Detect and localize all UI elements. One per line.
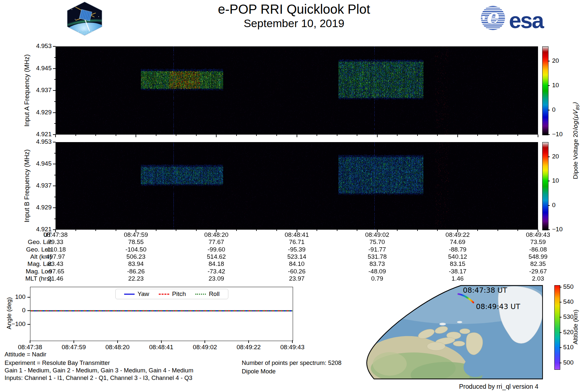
angle-x-tick-label: 08:49:22: [226, 344, 271, 351]
annotation-points-per-spectrum: Number of points per spectrum: 5208: [242, 359, 341, 367]
geo-table-cell: 08:49:02: [337, 231, 417, 238]
x-axis-tick: [216, 135, 217, 137]
colorbar-tick-label: 0: [552, 202, 570, 209]
angle-x-tick: [204, 340, 205, 343]
geo-table-cell: -38.17: [417, 268, 498, 275]
geo-table-cell: 08:47:38: [15, 231, 96, 238]
map-ice: [439, 323, 446, 325]
legend-label: Pitch: [172, 290, 186, 297]
colorbar-tick-label: 20: [552, 153, 570, 160]
colorbar-tick-label: 20: [552, 57, 570, 64]
x-axis-tick: [276, 135, 277, 136]
esa-logo: e esa: [481, 5, 553, 31]
legend-item-pitch: Pitch: [159, 290, 186, 297]
x-axis-tick: [176, 135, 176, 136]
legend-item-roll: Roll: [195, 290, 220, 297]
geo-table-cell: -48.09: [337, 268, 417, 275]
annotation-dipole-mode: Dipole Mode: [242, 368, 276, 375]
geo-table-cell: 514.62: [176, 253, 256, 260]
angle-y-tick-label: 0: [5, 307, 25, 314]
geo-table-cell: 83.73: [337, 260, 417, 268]
esa-globe-dot: [482, 16, 485, 19]
geo-table-cell: -29.67: [498, 268, 578, 275]
colorbar-tick: [548, 134, 550, 135]
produced-by-note: Produced by rri_ql version 4: [392, 383, 538, 390]
y-axis-tick-label: 4.929: [25, 109, 52, 116]
map-hudson-bay: [464, 357, 487, 377]
angle-x-tick-label: 08:49:02: [182, 344, 228, 351]
legend-item-yaw: Yaw: [124, 290, 149, 297]
colorbar-tick: [548, 85, 550, 86]
geo-table-cell: 21.46: [15, 275, 96, 282]
quicklook-plot-page: CASSIOPE e-POP RRI Quicklook Plot Septem…: [0, 0, 588, 392]
geo-table-cell: 78.55: [96, 238, 176, 246]
x-axis-tick: [176, 230, 176, 231]
y-axis-tick: [53, 90, 56, 91]
spectrogram-input-a: [56, 46, 538, 135]
geo-table-cell: 1.46: [417, 275, 498, 282]
geo-table-cell: 08:49:43: [498, 231, 578, 238]
x-axis-tick: [498, 230, 498, 231]
x-axis-tick: [517, 135, 518, 136]
geo-table-cell: -91.77: [337, 246, 417, 253]
colorbar-tick-label: −10: [552, 131, 570, 138]
altitude-colorbar-tick: [560, 302, 562, 302]
x-axis-tick: [236, 135, 237, 136]
geo-table-cell: 83.15: [417, 260, 498, 268]
geo-table-cell: -86.08: [498, 246, 578, 253]
y-axis-tick: [53, 142, 56, 142]
track-start-time: 08:47:38 UT: [463, 286, 507, 294]
y-axis-minor-tick: [54, 197, 56, 197]
y-axis-minor-tick: [54, 175, 56, 175]
x-axis-tick: [337, 135, 337, 136]
annotation-inputs: Inputs: Channel 1 - I1, Channel 2 - Q1, …: [5, 374, 192, 382]
altitude-colorbar: [554, 285, 560, 370]
x-axis-tick: [95, 135, 96, 136]
geo-table-cell: 08:48:41: [257, 231, 337, 238]
geo-table-cell: 540.12: [417, 253, 498, 260]
geo-table-cell: 497.97: [15, 253, 96, 260]
dipole-colorbar-a: [542, 46, 548, 135]
dipole-colorbar-label: Dipole Voltage 20log(μVBS): [572, 72, 580, 209]
y-axis-tick: [53, 207, 56, 208]
x-axis-tick: [437, 135, 438, 136]
x-axis-tick: [457, 135, 458, 137]
colorbar-tick: [548, 61, 550, 61]
geo-table-cell: 08:48:20: [176, 231, 256, 238]
y-axis-tick-label: 4.921: [25, 131, 52, 138]
yaw-line-sample: [124, 294, 135, 295]
geo-table-cell: -60.26: [257, 268, 337, 275]
annotation-gains: Gain 1 - Medium, Gain 2 - Medium, Gain 3…: [5, 367, 193, 374]
track-end-time: 08:49:43 UT: [476, 302, 520, 311]
geo-table-cell: 08:49:22: [417, 231, 498, 238]
geo-table-cell: 84.10: [257, 260, 337, 268]
colorbar-tick: [548, 181, 550, 181]
angle-x-tick-label: 08:49:43: [270, 344, 315, 351]
geo-table-cell: 75.70: [337, 238, 417, 246]
geo-table-cell: 523.14: [257, 253, 337, 260]
x-axis-tick: [236, 230, 237, 231]
angle-y-tick: [27, 297, 30, 298]
x-axis-tick: [397, 230, 398, 231]
altitude-colorbar-tick-label: 540: [563, 298, 581, 305]
geo-table-cell: 83.94: [96, 260, 176, 268]
colorbar-tick-label: 0: [552, 106, 570, 113]
x-axis-tick: [317, 230, 317, 231]
angle-y-tick: [27, 324, 30, 325]
geo-table-cell: -95.39: [257, 246, 337, 253]
x-axis-tick: [477, 230, 478, 231]
x-axis-tick: [156, 230, 156, 231]
y-axis-tick-label: 4.945: [25, 65, 52, 72]
angle-y-tick-label: 100: [5, 293, 25, 301]
y-axis-tick-label: 4.953: [25, 42, 52, 50]
angle-legend: Yaw Pitch Roll: [115, 289, 228, 299]
angle-y-tick: [27, 310, 30, 311]
geo-table-cell: -104.50: [96, 246, 176, 253]
y-axis-tick: [53, 112, 56, 113]
geo-table-cell: 73.59: [498, 238, 578, 246]
geo-table-cell: 08:47:59: [96, 231, 176, 238]
angle-x-tick: [30, 340, 30, 343]
geo-table-cell: 76.71: [257, 238, 337, 246]
x-axis-tick: [417, 135, 418, 136]
esa-wordmark: esa: [509, 10, 543, 30]
